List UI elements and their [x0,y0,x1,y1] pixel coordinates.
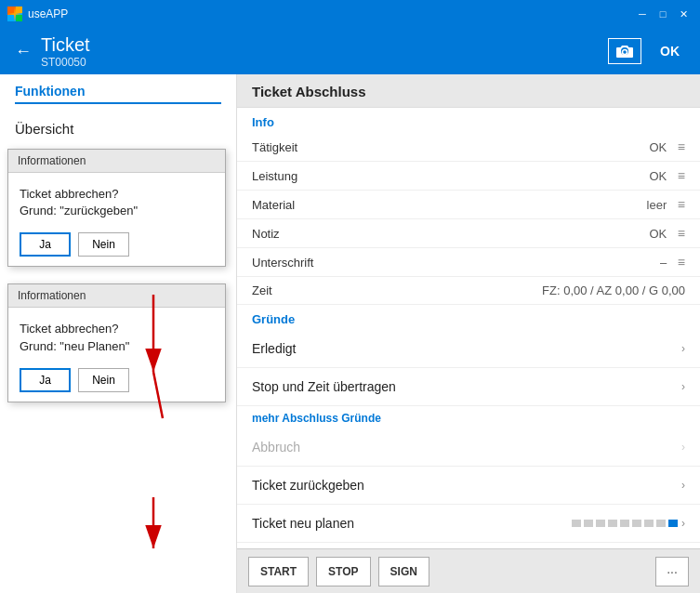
gruende-item-label: Ticket zurückgeben [252,478,364,493]
section-gruende-label: Gründe [237,305,700,330]
gruende-item-neu-planen[interactable]: Ticket neu planen › [237,505,700,543]
header-title: Ticket [41,34,90,56]
chevron-right-icon: › [681,380,685,393]
info-value-0: OK ≡ [397,133,700,162]
svg-rect-1 [16,7,22,13]
dialog-bottom-buttons: Ja Nein [20,368,214,392]
svg-point-4 [623,50,627,55]
progress-segment [608,520,617,527]
gruende-item-abbruch: Abbruch › [237,428,700,467]
dialog-bottom-no-button[interactable]: Nein [78,368,129,392]
bottom-toolbar: START STOP SIGN ··· [237,548,700,593]
dialog-bottom-body: Ticket abbrechen? Grund: "neu Planen" Ja… [8,308,225,401]
dialog-bottom-yes-button[interactable]: Ja [20,368,71,392]
svg-rect-2 [7,15,14,21]
progress-segment [596,520,605,527]
header-subtitle: ST00050 [41,56,90,69]
info-label-4: Unterschrift [237,248,397,277]
dialog-top: Informationen Ticket abbrechen? Grund: "… [7,149,226,267]
dialog-top-body: Ticket abbrechen? Grund: "zurückgeben" J… [8,173,225,266]
app-title: useAPP [28,7,68,20]
table-row: Notiz OK ≡ [237,219,700,248]
chevron-right-icon: › [681,441,685,454]
dialog-bottom-header: Informationen [8,284,225,308]
right-header-title: Ticket Abschluss [252,84,685,99]
chevron-right-icon: › [681,342,685,355]
progress-segment [620,520,629,527]
dialog-top-header: Informationen [8,150,225,173]
sign-button[interactable]: SIGN [378,557,429,586]
toolbar-more-button[interactable]: ··· [655,557,689,586]
gruende-section: Erledigt › Stop und Zeit übertragen › [237,330,700,406]
app-logo [7,7,22,21]
right-panel: Ticket Abschluss Info Tätigkeit OK ≡ Lei… [237,74,700,593]
window-controls: ─ □ ✕ [633,5,693,23]
dialog-top-text: Ticket abbrechen? Grund: "zurückgeben" [20,186,214,219]
gruende-item-label: Stop und Zeit übertragen [252,379,396,394]
gruende-item-stop[interactable]: Stop und Zeit übertragen › [237,368,700,406]
camera-button[interactable] [608,38,641,64]
info-label-2: Material [237,191,397,219]
sidebar-nav-title: Funktionen [15,84,221,104]
info-label-3: Notiz [237,219,397,248]
gruende-item-erledigt[interactable]: Erledigt › [237,330,700,368]
table-row: Zeit FZ: 0,00 / AZ 0,00 / G 0,00 [237,277,700,305]
menu-icon-2: ≡ [678,197,685,212]
header-left: ← Ticket ST00050 [15,34,90,69]
svg-rect-0 [7,7,14,13]
progress-segment [656,520,666,527]
dialog-container: Informationen Ticket abbrechen? Grund: "… [7,149,226,402]
info-label-0: Tätigkeit [237,133,397,162]
section-info-label: Info [237,108,700,133]
dialog-top-buttons: Ja Nein [20,232,214,257]
table-row: Unterschrift – ≡ [237,248,700,277]
header-right: OK [608,38,685,64]
progress-bar [572,520,678,527]
info-value-2: leer ≡ [397,191,700,219]
stop-button[interactable]: STOP [316,557,370,586]
sidebar: Funktionen Übersicht Tätigkeit Informati… [0,74,237,593]
dialog-top-no-button[interactable]: Nein [78,232,129,257]
progress-segment [632,520,641,527]
menu-icon-3: ≡ [678,226,685,241]
info-label-5: Zeit [237,277,397,305]
gruende-item-label: Ticket neu planen [252,516,354,531]
gruende-item-label: Abbruch [252,440,300,455]
progress-segment [572,520,581,527]
header-title-block: Ticket ST00050 [41,34,90,69]
progress-segment [584,520,593,527]
minimize-button[interactable]: ─ [633,5,652,23]
ok-button[interactable]: OK [654,40,685,62]
gruende-item-label: Erledigt [252,341,296,356]
titlebar-left: useAPP [7,7,68,21]
svg-rect-3 [16,15,22,21]
menu-icon-1: ≡ [678,168,685,183]
right-content: Info Tätigkeit OK ≡ Leistung OK ≡ Materi… [237,108,700,548]
menu-icon-0: ≡ [678,139,685,154]
chevron-right-icon: › [681,517,685,530]
table-row: Material leer ≡ [237,191,700,219]
dialog-top-yes-button[interactable]: Ja [20,232,71,257]
close-button[interactable]: ✕ [674,5,693,23]
table-row: Tätigkeit OK ≡ [237,133,700,162]
info-value-4: – ≡ [397,248,700,277]
info-label-1: Leistung [237,162,397,191]
chevron-right-icon: › [681,479,685,492]
start-button[interactable]: START [248,557,309,586]
progress-segment [668,520,678,527]
main-container: Funktionen Übersicht Tätigkeit Informati… [0,74,700,593]
right-header: Ticket Abschluss [237,74,700,108]
dialog-bottom-text: Ticket abbrechen? Grund: "neu Planen" [20,321,214,354]
gruende-item-zuruckgeben[interactable]: Ticket zurückgeben › [237,467,700,505]
maximize-button[interactable]: □ [654,5,672,23]
info-table: Tätigkeit OK ≡ Leistung OK ≡ Material le… [237,133,700,305]
info-value-3: OK ≡ [397,219,700,248]
progress-segment [644,520,654,527]
headerbar: ← Ticket ST00050 OK [0,28,700,74]
sidebar-item-ubersicht[interactable]: Übersicht [15,113,221,144]
info-value-1: OK ≡ [397,162,700,191]
mehr-gruende-section: Abbruch › Ticket zurückgeben › Ticket ne… [237,428,700,543]
dialog-bottom: Informationen Ticket abbrechen? Grund: "… [7,283,226,402]
menu-icon-4: ≡ [678,255,685,270]
back-button[interactable]: ← [15,42,32,61]
